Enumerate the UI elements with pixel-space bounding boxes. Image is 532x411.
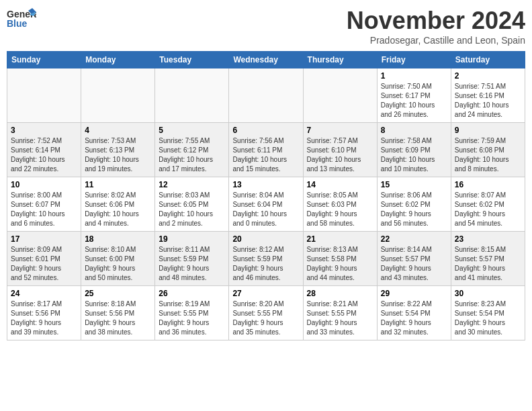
- calendar-cell: 24Sunrise: 8:17 AM Sunset: 5:56 PM Dayli…: [7, 286, 81, 340]
- day-info: Sunrise: 7:58 AM Sunset: 6:09 PM Dayligh…: [381, 136, 447, 174]
- calendar-cell: 29Sunrise: 8:22 AM Sunset: 5:54 PM Dayli…: [377, 286, 451, 340]
- calendar-cell: 11Sunrise: 8:02 AM Sunset: 6:06 PM Dayli…: [81, 177, 155, 232]
- calendar-cell: 5Sunrise: 7:55 AM Sunset: 6:12 PM Daylig…: [155, 123, 229, 177]
- day-info: Sunrise: 8:20 AM Sunset: 5:55 PM Dayligh…: [232, 300, 299, 337]
- day-number: 25: [85, 289, 151, 298]
- day-number: 17: [11, 234, 77, 244]
- day-info: Sunrise: 8:19 AM Sunset: 5:55 PM Dayligh…: [159, 300, 225, 337]
- day-info: Sunrise: 8:05 AM Sunset: 6:03 PM Dayligh…: [307, 191, 373, 228]
- day-info: Sunrise: 8:14 AM Sunset: 5:57 PM Dayligh…: [381, 245, 447, 283]
- day-info: Sunrise: 7:56 AM Sunset: 6:11 PM Dayligh…: [232, 136, 299, 174]
- day-info: Sunrise: 8:17 AM Sunset: 5:56 PM Dayligh…: [11, 300, 77, 337]
- title-area: November 2024 Pradosegar, Castille and L…: [347, 7, 525, 46]
- day-info: Sunrise: 7:55 AM Sunset: 6:12 PM Dayligh…: [159, 136, 225, 174]
- calendar-cell: [81, 68, 155, 123]
- day-info: Sunrise: 7:57 AM Sunset: 6:10 PM Dayligh…: [307, 136, 373, 174]
- calendar-table: SundayMondayTuesdayWednesdayThursdayFrid…: [7, 51, 525, 340]
- day-info: Sunrise: 8:23 AM Sunset: 5:54 PM Dayligh…: [455, 300, 521, 337]
- logo: General Blue: [7, 7, 36, 31]
- calendar-cell: 26Sunrise: 8:19 AM Sunset: 5:55 PM Dayli…: [155, 286, 229, 340]
- day-number: 10: [11, 180, 77, 189]
- day-number: 4: [85, 126, 151, 135]
- calendar-week-row: 17Sunrise: 8:09 AM Sunset: 6:01 PM Dayli…: [7, 232, 525, 286]
- day-info: Sunrise: 8:07 AM Sunset: 6:02 PM Dayligh…: [455, 191, 521, 228]
- calendar-cell: 20Sunrise: 8:12 AM Sunset: 5:59 PM Dayli…: [229, 232, 303, 286]
- page-header: General Blue November 2024 Pradosegar, C…: [7, 7, 525, 46]
- day-number: 13: [232, 180, 299, 189]
- month-title: November 2024: [347, 7, 525, 35]
- column-header-tuesday: Tuesday: [155, 52, 229, 68]
- calendar-cell: 27Sunrise: 8:20 AM Sunset: 5:55 PM Dayli…: [229, 286, 303, 340]
- calendar-week-row: 24Sunrise: 8:17 AM Sunset: 5:56 PM Dayli…: [7, 286, 525, 340]
- calendar-cell: [155, 68, 229, 123]
- day-info: Sunrise: 7:50 AM Sunset: 6:17 PM Dayligh…: [381, 82, 447, 120]
- day-number: 20: [232, 234, 299, 244]
- day-info: Sunrise: 8:18 AM Sunset: 5:56 PM Dayligh…: [85, 300, 151, 337]
- day-number: 11: [85, 180, 151, 189]
- calendar-cell: 8Sunrise: 7:58 AM Sunset: 6:09 PM Daylig…: [377, 123, 451, 177]
- calendar-cell: 22Sunrise: 8:14 AM Sunset: 5:57 PM Dayli…: [377, 232, 451, 286]
- day-number: 22: [381, 234, 447, 244]
- calendar-cell: 23Sunrise: 8:15 AM Sunset: 5:57 PM Dayli…: [451, 232, 525, 286]
- day-info: Sunrise: 8:04 AM Sunset: 6:04 PM Dayligh…: [232, 191, 299, 228]
- day-info: Sunrise: 7:53 AM Sunset: 6:13 PM Dayligh…: [85, 136, 151, 174]
- svg-text:Blue: Blue: [7, 18, 28, 29]
- calendar-cell: 18Sunrise: 8:10 AM Sunset: 6:00 PM Dayli…: [81, 232, 155, 286]
- day-number: 2: [455, 71, 521, 81]
- day-info: Sunrise: 8:06 AM Sunset: 6:02 PM Dayligh…: [381, 191, 447, 228]
- calendar-cell: [229, 68, 303, 123]
- day-info: Sunrise: 8:15 AM Sunset: 5:57 PM Dayligh…: [455, 245, 521, 283]
- calendar-cell: 14Sunrise: 8:05 AM Sunset: 6:03 PM Dayli…: [303, 177, 377, 232]
- calendar-cell: 21Sunrise: 8:13 AM Sunset: 5:58 PM Dayli…: [303, 232, 377, 286]
- calendar-cell: [7, 68, 81, 123]
- calendar-cell: 10Sunrise: 8:00 AM Sunset: 6:07 PM Dayli…: [7, 177, 81, 232]
- day-number: 12: [159, 180, 225, 189]
- day-info: Sunrise: 8:22 AM Sunset: 5:54 PM Dayligh…: [381, 300, 447, 337]
- calendar-cell: 3Sunrise: 7:52 AM Sunset: 6:14 PM Daylig…: [7, 123, 81, 177]
- logo-icon: General Blue: [7, 7, 36, 31]
- day-info: Sunrise: 8:21 AM Sunset: 5:55 PM Dayligh…: [307, 300, 373, 337]
- day-info: Sunrise: 8:13 AM Sunset: 5:58 PM Dayligh…: [307, 245, 373, 283]
- calendar-cell: 7Sunrise: 7:57 AM Sunset: 6:10 PM Daylig…: [303, 123, 377, 177]
- calendar-header-row: SundayMondayTuesdayWednesdayThursdayFrid…: [7, 52, 525, 68]
- column-header-monday: Monday: [81, 52, 155, 68]
- calendar-cell: [303, 68, 377, 123]
- day-info: Sunrise: 8:10 AM Sunset: 6:00 PM Dayligh…: [85, 245, 151, 283]
- calendar-cell: 13Sunrise: 8:04 AM Sunset: 6:04 PM Dayli…: [229, 177, 303, 232]
- column-header-wednesday: Wednesday: [229, 52, 303, 68]
- day-number: 21: [307, 234, 373, 244]
- day-number: 5: [159, 126, 225, 135]
- location-subtitle: Pradosegar, Castille and Leon, Spain: [347, 35, 525, 46]
- day-number: 19: [159, 234, 225, 244]
- day-info: Sunrise: 7:59 AM Sunset: 6:08 PM Dayligh…: [455, 136, 521, 174]
- calendar-week-row: 3Sunrise: 7:52 AM Sunset: 6:14 PM Daylig…: [7, 123, 525, 177]
- calendar-week-row: 10Sunrise: 8:00 AM Sunset: 6:07 PM Dayli…: [7, 177, 525, 232]
- calendar-cell: 9Sunrise: 7:59 AM Sunset: 6:08 PM Daylig…: [451, 123, 525, 177]
- calendar-week-row: 1Sunrise: 7:50 AM Sunset: 6:17 PM Daylig…: [7, 68, 525, 123]
- calendar-cell: 15Sunrise: 8:06 AM Sunset: 6:02 PM Dayli…: [377, 177, 451, 232]
- day-info: Sunrise: 8:02 AM Sunset: 6:06 PM Dayligh…: [85, 191, 151, 228]
- day-info: Sunrise: 7:52 AM Sunset: 6:14 PM Dayligh…: [11, 136, 77, 174]
- day-info: Sunrise: 8:12 AM Sunset: 5:59 PM Dayligh…: [232, 245, 299, 283]
- column-header-sunday: Sunday: [7, 52, 81, 68]
- day-number: 3: [11, 126, 77, 135]
- day-number: 14: [307, 180, 373, 189]
- calendar-cell: 12Sunrise: 8:03 AM Sunset: 6:05 PM Dayli…: [155, 177, 229, 232]
- day-number: 15: [381, 180, 447, 189]
- day-number: 26: [159, 289, 225, 298]
- day-number: 7: [307, 126, 373, 135]
- day-number: 18: [85, 234, 151, 244]
- calendar-cell: 17Sunrise: 8:09 AM Sunset: 6:01 PM Dayli…: [7, 232, 81, 286]
- column-header-friday: Friday: [377, 52, 451, 68]
- day-number: 30: [455, 289, 521, 298]
- calendar-cell: 2Sunrise: 7:51 AM Sunset: 6:16 PM Daylig…: [451, 68, 525, 123]
- day-number: 16: [455, 180, 521, 189]
- day-number: 28: [307, 289, 373, 298]
- calendar-cell: 16Sunrise: 8:07 AM Sunset: 6:02 PM Dayli…: [451, 177, 525, 232]
- column-header-thursday: Thursday: [303, 52, 377, 68]
- day-number: 23: [455, 234, 521, 244]
- day-number: 1: [381, 71, 447, 81]
- calendar-cell: 19Sunrise: 8:11 AM Sunset: 5:59 PM Dayli…: [155, 232, 229, 286]
- day-info: Sunrise: 7:51 AM Sunset: 6:16 PM Dayligh…: [455, 82, 521, 120]
- calendar-cell: 4Sunrise: 7:53 AM Sunset: 6:13 PM Daylig…: [81, 123, 155, 177]
